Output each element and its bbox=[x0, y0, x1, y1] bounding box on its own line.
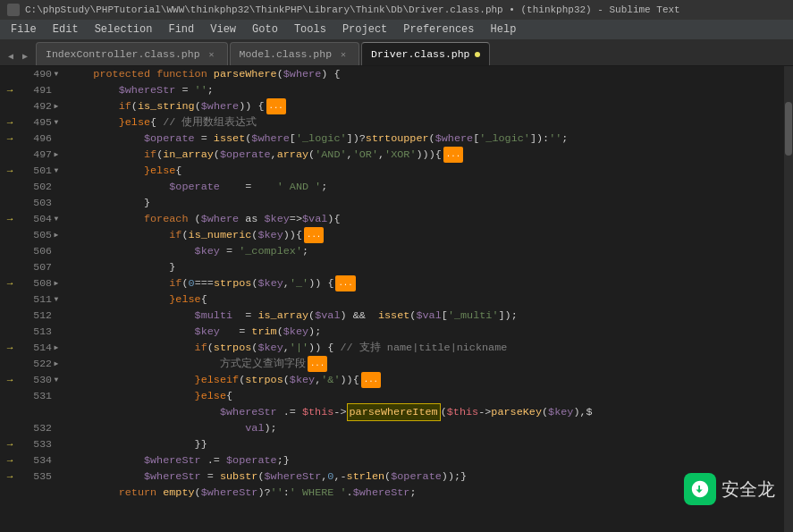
line-number-row: 506 bbox=[20, 243, 64, 259]
line-number-row: 534 bbox=[20, 452, 64, 469]
line-number-row: 508▶ bbox=[20, 275, 64, 291]
arrow-indicator: → bbox=[7, 82, 13, 98]
arrow-indicator: → bbox=[7, 131, 13, 147]
highlighted-method: parseWhereItem bbox=[347, 403, 441, 421]
app-icon bbox=[7, 4, 20, 16]
code-line-530: }else{ bbox=[68, 388, 780, 404]
line-number-row: 490▼ bbox=[20, 66, 64, 82]
line-number-row: 530▼ bbox=[20, 372, 64, 388]
code-line-497: if(in_array($operate,array('AND','OR','X… bbox=[68, 147, 780, 163]
menu-help[interactable]: Help bbox=[484, 21, 524, 38]
code-line-505: if(is_numeric($key)){... bbox=[68, 227, 780, 243]
menu-edit[interactable]: Edit bbox=[46, 21, 86, 38]
code-line-512: $multi = is_array($val) && isset($val['_… bbox=[68, 308, 780, 324]
gutter-row bbox=[0, 179, 20, 195]
editor-container: → → → → → → → → → → → 490▼ 491 492▶ 495▼ bbox=[0, 66, 793, 532]
tab-close-indexcontroller[interactable]: ✕ bbox=[206, 48, 218, 61]
menu-tools[interactable]: Tools bbox=[287, 21, 333, 38]
tab-label: IndexController.class.php bbox=[46, 48, 200, 60]
code-line-533: $whereStr .= $operate;} bbox=[68, 452, 780, 469]
line-numbers: 490▼ 491 492▶ 495▼ 496 497▶ 501▼ 502 503… bbox=[20, 66, 64, 532]
line-number-row bbox=[20, 404, 64, 420]
line-number-row: 513 bbox=[20, 324, 64, 340]
collapsed-block: ... bbox=[266, 98, 286, 114]
menu-view[interactable]: View bbox=[203, 21, 243, 38]
collapsed-block: ... bbox=[361, 372, 381, 388]
tab-model[interactable]: Model.class.php ✕ bbox=[230, 42, 360, 65]
collapsed-block: ... bbox=[335, 275, 355, 291]
menu-find[interactable]: Find bbox=[161, 21, 201, 38]
menu-selection[interactable]: Selection bbox=[88, 21, 160, 38]
code-line-496: $operate = isset($where['_logic'])?strto… bbox=[68, 131, 780, 147]
gutter-row bbox=[0, 147, 20, 163]
code-line-492: if(is_string($where)) {... bbox=[68, 98, 780, 114]
code-line-532: }} bbox=[68, 436, 780, 452]
code-line-514b: 方式定义查询字段... bbox=[68, 356, 780, 372]
gutter-row: → bbox=[0, 82, 20, 98]
code-line-501: }else{ bbox=[68, 163, 780, 179]
gutter-row: → bbox=[0, 131, 20, 147]
line-number-row: 491 bbox=[20, 82, 64, 98]
gutter-row bbox=[0, 66, 20, 82]
line-number-row: 507 bbox=[20, 259, 64, 275]
gutter-row: → bbox=[0, 340, 20, 356]
code-line-491: $whereStr = ''; bbox=[68, 82, 780, 98]
tab-close-model[interactable]: ✕ bbox=[337, 48, 350, 61]
line-number-row: 497▶ bbox=[20, 147, 64, 163]
menu-file[interactable]: File bbox=[4, 21, 44, 38]
gutter-row bbox=[0, 420, 20, 436]
watermark: 安全龙 bbox=[684, 473, 775, 505]
tab-driver[interactable]: Driver.class.php bbox=[361, 42, 490, 65]
line-number-row: 512 bbox=[20, 308, 64, 324]
line-number-row: 503 bbox=[20, 195, 64, 211]
code-area[interactable]: protected function parseWhere($where) { … bbox=[64, 66, 784, 532]
left-gutter: → → → → → → → → → → → bbox=[0, 66, 20, 532]
menu-project[interactable]: Project bbox=[335, 21, 394, 38]
title-text: C:\phpStudy\PHPTutorial\WWW\thinkphp32\T… bbox=[25, 4, 680, 15]
menu-preferences[interactable]: Preferences bbox=[396, 21, 481, 38]
scrollbar-thumb[interactable] bbox=[785, 102, 792, 156]
gutter-row bbox=[0, 259, 20, 275]
code-line-490: protected function parseWhere($where) { bbox=[68, 66, 780, 82]
arrow-indicator: → bbox=[7, 452, 13, 469]
gutter-row bbox=[0, 291, 20, 308]
gutter-row bbox=[0, 324, 20, 340]
gutter-row: → bbox=[0, 275, 20, 291]
gutter-row: → bbox=[0, 163, 20, 179]
line-number-row: 502 bbox=[20, 179, 64, 195]
code-line-511: }else{ bbox=[68, 291, 780, 308]
tabbar: ◀ ▶ IndexController.class.php ✕ Model.cl… bbox=[0, 39, 793, 66]
code-line-522: }elseif(strpos($key,'&')){... bbox=[68, 372, 780, 388]
code-line-535: return empty($whereStr)?'':' WHERE '.$wh… bbox=[68, 485, 780, 501]
line-number-row: 501▼ bbox=[20, 163, 64, 179]
gutter-row bbox=[0, 195, 20, 211]
code-line-531: $whereStr .= $this->parseWhereItem($this… bbox=[68, 404, 780, 420]
gutter-row: → bbox=[0, 211, 20, 227]
arrow-indicator: → bbox=[7, 469, 13, 485]
code-line-502: $operate = ' AND '; bbox=[68, 179, 780, 195]
titlebar: C:\phpStudy\PHPTutorial\WWW\thinkphp32\T… bbox=[0, 0, 793, 20]
arrow-indicator: → bbox=[7, 114, 13, 131]
line-number-row: 532 bbox=[20, 420, 64, 436]
tab-prev-button[interactable]: ◀ bbox=[4, 47, 18, 65]
line-number-row: 505▶ bbox=[20, 227, 64, 243]
code-line-513: $key = trim($key); bbox=[68, 324, 780, 340]
arrow-indicator: → bbox=[7, 340, 13, 356]
vertical-scrollbar[interactable] bbox=[784, 66, 793, 532]
gutter-row: → bbox=[0, 452, 20, 469]
arrow-indicator: → bbox=[7, 211, 13, 227]
line-number-row: 504▼ bbox=[20, 211, 64, 227]
arrow-indicator: → bbox=[7, 163, 13, 179]
arrow-indicator: → bbox=[7, 372, 13, 388]
tab-next-button[interactable]: ▶ bbox=[18, 47, 32, 65]
code-line-534: $whereStr = substr($whereStr,0,-strlen($… bbox=[68, 469, 780, 485]
tab-label: Model.class.php bbox=[240, 48, 333, 60]
tab-indexcontroller[interactable]: IndexController.class.php ✕ bbox=[36, 42, 228, 65]
code-line-495: }else{ // 使用数组表达式 bbox=[68, 114, 780, 131]
gutter-row bbox=[0, 404, 20, 420]
collapsed-block: ... bbox=[308, 356, 327, 372]
wechat-icon bbox=[684, 473, 716, 505]
code-line-531b: val); bbox=[68, 420, 780, 436]
menu-goto[interactable]: Goto bbox=[245, 21, 285, 38]
gutter-row: → bbox=[0, 469, 20, 485]
